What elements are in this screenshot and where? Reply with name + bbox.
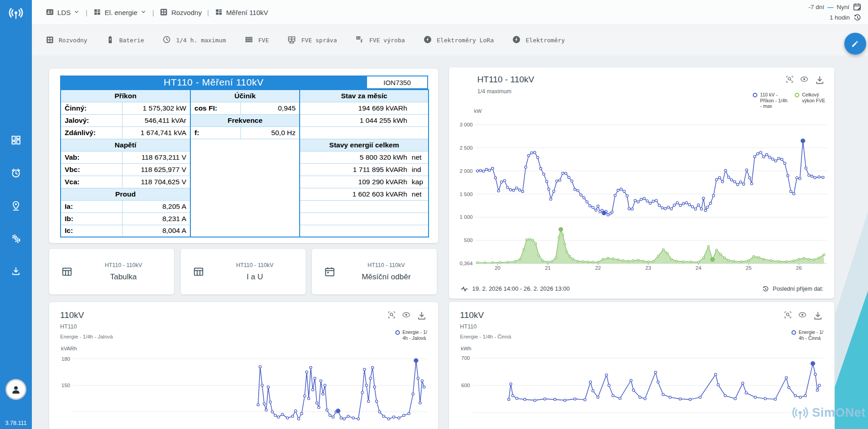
tab-list: RozvodnyBaterie1/4 h. maximumFVEFVE sprá… (46, 25, 565, 56)
simonet-watermark: SimONet (791, 404, 866, 421)
download-icon[interactable] (416, 310, 427, 321)
breadcrumb-separator: | (206, 9, 210, 16)
tab-label: Rozvodny (59, 37, 87, 44)
quick-card-tabulka[interactable]: HT110 - 110kVTabulka (49, 248, 174, 295)
sidebar-item-download-icon[interactable] (6, 261, 26, 281)
sidebar-item-marker-icon[interactable] (6, 196, 26, 216)
table-cell: f: (190, 126, 240, 139)
tab-fve-spr-va[interactable]: FVE správa (287, 35, 337, 46)
table-header: HT110 - Měření 110kV ION7350 (60, 76, 428, 89)
tab-1-4-h-maximum[interactable]: 1/4 h. maximum (162, 35, 226, 45)
refresh-interval-control[interactable]: 1 hodin (830, 13, 862, 22)
chart-title: 110kV (60, 310, 84, 320)
legend-item[interactable]: Celkovývýkon FVE (795, 92, 825, 109)
legend-item[interactable]: Energie - 1/4h - Jalová (395, 329, 427, 341)
grid-box-icon (159, 8, 168, 18)
measurement-table-card: HT110 - Měření 110kV ION7350 PříkonÚčiní… (49, 68, 439, 243)
tab-fve-v-roba[interactable]: FVE výroba (355, 35, 405, 46)
legend-item[interactable]: Energie - 1/4h - Činná (791, 329, 823, 341)
history-icon (853, 13, 862, 22)
table-cell (300, 126, 429, 139)
magnify-scan-icon[interactable] (785, 75, 794, 86)
svg-text:3 000: 3 000 (460, 122, 473, 127)
table-cell: 1 044 255 kWh (300, 114, 429, 126)
solar-power-icon (355, 35, 365, 46)
legend-label: Energie - 1/4h - Činná (799, 329, 823, 341)
tab-elektrom-ry-lora[interactable]: Elektroměry LoRa (423, 35, 494, 45)
tab-fve[interactable]: FVE (244, 35, 269, 46)
table-title: HT110 - Měření 110kV (60, 76, 367, 89)
measurement-table: PříkonÚčiníkStav za měsícČinný:1 575,302… (60, 89, 429, 237)
svg-text:1 000: 1 000 (460, 214, 473, 220)
account-icon (10, 383, 22, 396)
table-row: Činný:1 575,302 kWcos FI:0,945194 669 kV… (61, 102, 429, 114)
grid-box-icon (46, 35, 54, 45)
magnify-scan-icon[interactable] (387, 310, 396, 321)
time-range-control[interactable]: -7 dní — Nyní (808, 2, 862, 11)
chart-subtitle2: Energie - 1/4h - Jalová (60, 334, 113, 339)
update-icon (762, 285, 769, 293)
breadcrumb-item-m-en-110kv[interactable]: Měření 110kV (214, 8, 268, 18)
table-cell: Stavy energií celkem (300, 139, 429, 151)
table-cell: Vca: (61, 176, 122, 188)
user-avatar-button[interactable] (5, 379, 26, 400)
svg-text:25: 25 (746, 265, 752, 271)
eye-icon[interactable] (402, 310, 411, 321)
table-cell: cos FI: (190, 102, 240, 114)
app-logo[interactable] (0, 0, 32, 25)
legend-label: 110 kV -Příkon - 1/4h- max (760, 92, 787, 109)
breadcrumb-item-el-energie[interactable]: El. energie (93, 8, 147, 18)
table-cell: Účiník (190, 90, 300, 102)
svg-text:2 000: 2 000 (460, 168, 473, 174)
time-controls: -7 dní — Nyní 1 hodin (808, 2, 862, 22)
chart-title: HT110 - 110kV (477, 75, 534, 85)
table-cell: 118 625,977 V (122, 163, 190, 176)
main-chart-plot: 3 0002 5002 0001 5001 0005000,3642021222… (449, 111, 835, 275)
table-cell: 118 673,211 V (122, 151, 190, 163)
svg-text:0,364: 0,364 (460, 261, 473, 266)
sidebar-item-alarm-icon[interactable] (6, 163, 26, 183)
app-version: 3.78.111 (0, 420, 32, 426)
legend-marker-icon (791, 330, 796, 335)
view-quilt-icon (93, 8, 102, 18)
pencil-icon (850, 39, 860, 49)
magnify-scan-icon[interactable] (783, 310, 792, 321)
table-cell: Proud (61, 188, 190, 200)
tab-rozvodny[interactable]: Rozvodny (46, 35, 87, 45)
eye-icon[interactable] (800, 75, 809, 86)
flash-circle-icon (512, 35, 521, 45)
table-icon (61, 266, 73, 278)
quick-card-m-s-n-odb-r[interactable]: HT110 - 110kVMěsíční odběr (311, 248, 437, 295)
breadcrumb-item-rozvodny[interactable]: Rozvodny (159, 8, 202, 18)
download-icon[interactable] (814, 75, 825, 86)
badge-account-icon (46, 8, 54, 18)
legend-item[interactable]: 110 kV -Příkon - 1/4h- max (753, 92, 787, 109)
tab-baterie[interactable]: Baterie (106, 35, 144, 45)
tab-label: Elektroměry (526, 37, 565, 44)
podcast-icon (8, 5, 24, 20)
chart-legend: Energie - 1/4h - Jalová (377, 329, 427, 341)
sidebar-item-cogs-icon[interactable] (6, 228, 26, 248)
table-cell: Ia: (61, 200, 122, 212)
download-icon[interactable] (812, 310, 823, 321)
eye-icon[interactable] (798, 310, 807, 321)
refresh-interval: 1 hodin (830, 14, 850, 21)
table-cell: 546,411 kVAr (122, 114, 190, 126)
svg-text:600: 600 (461, 383, 470, 388)
view-quilt-icon (214, 8, 223, 18)
table-cell (300, 225, 429, 237)
sidebar-item-dashboard-icon[interactable] (6, 130, 26, 150)
table-cell: 109 290 kVARhkap (300, 176, 429, 188)
y-axis-unit: kVARh (61, 346, 77, 351)
edit-fab-button[interactable] (844, 33, 866, 55)
tab-elektrom-ry[interactable]: Elektroměry (512, 35, 565, 45)
svg-text:1 500: 1 500 (460, 192, 473, 197)
breadcrumb-label: Rozvodny (171, 9, 202, 16)
table-row: Jalový:546,411 kVArFrekvence1 044 255 kW… (61, 114, 429, 126)
quick-card-i-a-u[interactable]: HT110 - 110kVI a U (180, 248, 306, 295)
table-cell: Vab: (61, 151, 122, 163)
svg-text:22: 22 (595, 265, 601, 271)
calendar-edit-icon (853, 2, 862, 11)
breadcrumb-item-lds[interactable]: LDS (46, 8, 80, 18)
svg-text:24: 24 (695, 265, 701, 271)
